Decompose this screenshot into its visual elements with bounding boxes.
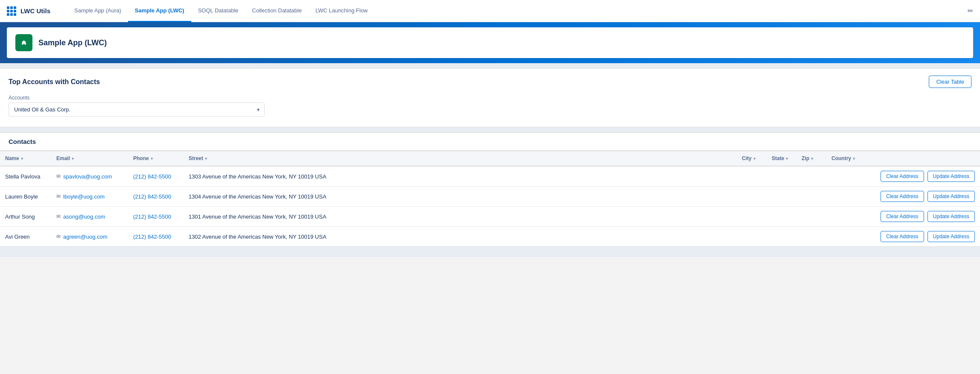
top-nav: LWC Utils Sample App (Aura)Sample App (L… — [0, 0, 980, 22]
email-link-3[interactable]: agreen@uog.com — [63, 234, 108, 240]
app-header-title: Sample App (LWC) — [38, 38, 107, 47]
clear-address-button-1[interactable]: Clear Address — [881, 191, 924, 202]
contacts-title: Contacts — [9, 138, 971, 145]
email-link-1[interactable]: lboyle@uog.com — [63, 193, 105, 200]
col-header-country[interactable]: Country▾ — [826, 151, 860, 167]
cell-country-2 — [826, 207, 860, 227]
phone-link-1[interactable]: (212) 842-5500 — [133, 193, 171, 200]
cell-zip-1 — [796, 187, 826, 207]
cell-email-0: ✉ spavlova@uog.com — [51, 166, 128, 187]
contacts-card: Contacts Name▾Email▾Phone▾Street▾City▾St… — [0, 132, 980, 247]
nav-tab-soql-datatable[interactable]: SOQL Datatable — [191, 0, 245, 22]
update-address-button-3[interactable]: Update Address — [928, 231, 975, 242]
cell-state-3 — [767, 227, 796, 247]
update-address-button-2[interactable]: Update Address — [928, 211, 975, 222]
app-name: LWC Utils — [20, 7, 50, 15]
sort-icon-street: ▾ — [205, 156, 207, 161]
cell-actions-3: Clear Address Update Address — [860, 227, 980, 247]
col-label-zip: Zip — [802, 155, 809, 161]
accounts-dropdown-wrap: Accounts United Oil & Gas Corp.GenePoint… — [9, 95, 265, 117]
col-header-phone[interactable]: Phone▾ — [128, 151, 184, 167]
cell-country-1 — [826, 187, 860, 207]
cell-actions-0: Clear Address Update Address — [860, 166, 980, 187]
app-header-icon — [15, 34, 32, 51]
cell-phone-1: (212) 842-5500 — [128, 187, 184, 207]
col-header-street[interactable]: Street▾ — [184, 151, 737, 167]
clear-address-button-0[interactable]: Clear Address — [881, 171, 924, 182]
nav-tabs: Sample App (Aura)Sample App (LWC)SOQL Da… — [67, 0, 375, 22]
cell-name-3: Avi Green — [0, 227, 51, 247]
nav-tab-sample-aura[interactable]: Sample App (Aura) — [67, 0, 128, 22]
cell-city-1 — [737, 187, 767, 207]
table-row: Arthur Song ✉ asong@uog.com (212) 842-55… — [0, 207, 980, 227]
clear-address-button-3[interactable]: Clear Address — [881, 231, 924, 242]
accounts-select-wrapper: United Oil & Gas Corp.GenePointExpress L… — [9, 102, 265, 117]
col-header-name[interactable]: Name▾ — [0, 151, 51, 167]
cell-email-1: ✉ lboyle@uog.com — [51, 187, 128, 207]
update-address-button-0[interactable]: Update Address — [928, 171, 975, 182]
nav-tab-lwc-launching-flow[interactable]: LWC Launching Flow — [309, 0, 375, 22]
cell-phone-0: (212) 842-5500 — [128, 166, 184, 187]
col-label-email: Email — [56, 155, 70, 161]
cell-email-3: ✉ agreen@uog.com — [51, 227, 128, 247]
cell-zip-0 — [796, 166, 826, 187]
grid-icon[interactable] — [7, 6, 16, 16]
clear-address-button-2[interactable]: Clear Address — [881, 211, 924, 222]
contacts-table-head: Name▾Email▾Phone▾Street▾City▾State▾Zip▾C… — [0, 151, 980, 167]
email-icon: ✉ — [56, 234, 61, 240]
contacts-header: Contacts — [0, 133, 980, 151]
col-header-city[interactable]: City▾ — [737, 151, 767, 167]
cell-country-3 — [826, 227, 860, 247]
app-header-card: Sample App (LWC) — [7, 27, 973, 58]
sort-icon-email: ▾ — [72, 156, 74, 161]
col-header-actions — [860, 151, 980, 167]
col-label-city: City — [742, 155, 752, 161]
nav-tab-collection-datatable[interactable]: Collection Datatable — [245, 0, 309, 22]
email-link-2[interactable]: asong@uog.com — [63, 213, 105, 220]
table-row: Lauren Boyle ✉ lboyle@uog.com (212) 842-… — [0, 187, 980, 207]
sort-icon-country: ▾ — [853, 156, 855, 161]
email-icon: ✉ — [56, 173, 61, 179]
col-label-street: Street — [189, 155, 203, 161]
cell-actions-2: Clear Address Update Address — [860, 207, 980, 227]
email-link-0[interactable]: spavlova@uog.com — [63, 173, 112, 180]
accounts-card: Top Accounts with Contacts Clear Table A… — [0, 68, 980, 127]
cell-name-2: Arthur Song — [0, 207, 51, 227]
sort-icon-zip: ▾ — [811, 156, 813, 161]
cell-name-1: Lauren Boyle — [0, 187, 51, 207]
accounts-dropdown-label: Accounts — [9, 95, 265, 101]
col-header-zip[interactable]: Zip▾ — [796, 151, 826, 167]
sort-icon-city: ▾ — [753, 156, 755, 161]
col-label-country: Country — [831, 155, 851, 161]
accounts-section-header: Top Accounts with Contacts Clear Table — [9, 76, 971, 88]
col-label-state: State — [772, 155, 784, 161]
table-row: Avi Green ✉ agreen@uog.com (212) 842-550… — [0, 227, 980, 247]
cell-street-2: 1301 Avenue of the Americas New York, NY… — [184, 207, 737, 227]
update-address-button-1[interactable]: Update Address — [928, 191, 975, 202]
cell-phone-2: (212) 842-5500 — [128, 207, 184, 227]
cell-city-0 — [737, 166, 767, 187]
col-label-phone: Phone — [133, 155, 149, 161]
cell-street-1: 1304 Avenue of the Americas New York, NY… — [184, 187, 737, 207]
cell-email-2: ✉ asong@uog.com — [51, 207, 128, 227]
email-icon: ✉ — [56, 213, 61, 219]
col-header-email[interactable]: Email▾ — [51, 151, 128, 167]
sort-icon-phone: ▾ — [151, 156, 153, 161]
sort-icon-state: ▾ — [786, 156, 788, 161]
contacts-table-body: Stella Pavlova ✉ spavlova@uog.com (212) … — [0, 166, 980, 246]
contacts-table: Name▾Email▾Phone▾Street▾City▾State▾Zip▾C… — [0, 151, 980, 246]
cell-state-1 — [767, 187, 796, 207]
clear-table-button[interactable]: Clear Table — [929, 76, 971, 88]
phone-link-3[interactable]: (212) 842-5500 — [133, 234, 171, 240]
phone-link-2[interactable]: (212) 842-5500 — [133, 213, 171, 220]
sort-icon-name: ▾ — [21, 156, 23, 161]
accounts-select[interactable]: United Oil & Gas Corp.GenePointExpress L… — [9, 102, 265, 117]
edit-icon[interactable]: ✏ — [968, 7, 973, 15]
col-label-name: Name — [5, 155, 19, 161]
cell-country-0 — [826, 166, 860, 187]
col-header-state[interactable]: State▾ — [767, 151, 796, 167]
table-row: Stella Pavlova ✉ spavlova@uog.com (212) … — [0, 166, 980, 187]
nav-tab-sample-lwc[interactable]: Sample App (LWC) — [128, 0, 191, 22]
phone-link-0[interactable]: (212) 842-5500 — [133, 173, 171, 180]
cell-city-3 — [737, 227, 767, 247]
